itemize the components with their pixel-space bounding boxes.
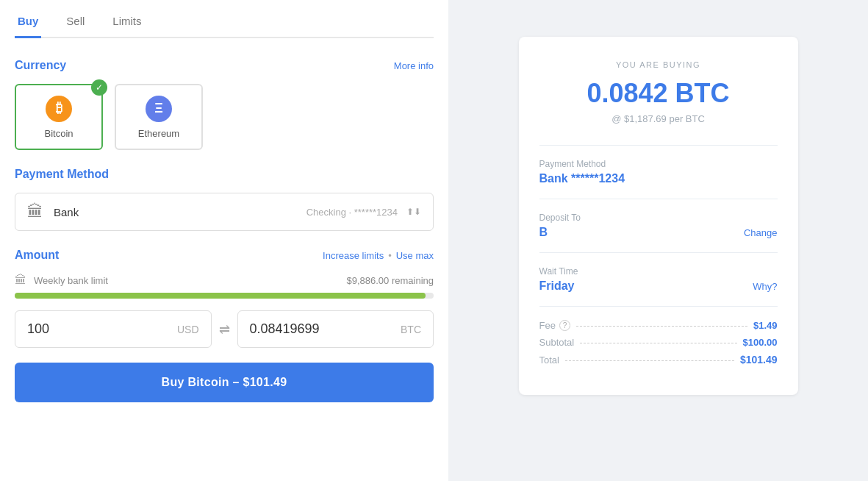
currency-title: Currency bbox=[15, 59, 66, 72]
summary-card: YOU ARE BUYING 0.0842 BTC @ $1,187.69 pe… bbox=[519, 37, 798, 395]
currency-card-eth[interactable]: Ξ Ethereum bbox=[115, 84, 203, 150]
wait-time-row: Wait Time Friday Why? bbox=[539, 266, 778, 293]
amount-section: Amount Increase limits • Use max 🏛 Weekl… bbox=[15, 249, 434, 402]
payment-section-header: Payment Method bbox=[15, 168, 434, 181]
fee-label: Fee ? bbox=[539, 320, 570, 331]
subtotal-dots bbox=[580, 343, 736, 343]
currency-cards: ✓ ₿ Bitcoin Ξ Ethereum bbox=[15, 84, 434, 150]
progress-bar-fill bbox=[15, 293, 426, 299]
subtotal-row: Subtotal $100.00 bbox=[539, 337, 778, 348]
left-panel: Buy Sell Limits Currency More info ✓ ₿ B… bbox=[0, 0, 448, 481]
tab-limits[interactable]: Limits bbox=[110, 7, 144, 38]
total-value: $101.49 bbox=[740, 354, 778, 366]
wait-time-value: Friday bbox=[539, 279, 575, 293]
limit-label: Weekly bank limit bbox=[34, 275, 339, 286]
limit-bank-icon: 🏛 bbox=[15, 274, 26, 287]
tab-buy[interactable]: Buy bbox=[15, 7, 41, 38]
currency-section-header: Currency More info bbox=[15, 59, 434, 72]
limit-row: 🏛 Weekly bank limit $9,886.00 remaining bbox=[15, 274, 434, 287]
btc-input-box[interactable]: BTC bbox=[237, 310, 434, 348]
currency-section: Currency More info ✓ ₿ Bitcoin Ξ Ethereu… bbox=[15, 59, 434, 150]
usd-amount-input[interactable] bbox=[27, 321, 171, 337]
amount-links: Increase limits • Use max bbox=[323, 250, 434, 261]
btc-label: Bitcoin bbox=[44, 128, 73, 139]
payment-method-row-label: Payment Method bbox=[539, 159, 778, 169]
eth-label: Ethereum bbox=[138, 128, 179, 139]
usd-input-box[interactable]: USD bbox=[15, 310, 212, 348]
payment-dropdown[interactable]: 🏛 Bank Checking · ******1234 ⬆⬇ bbox=[15, 193, 434, 231]
payment-account-info: Checking · ******1234 bbox=[306, 207, 398, 218]
bank-icon: 🏛 bbox=[27, 202, 43, 221]
dropdown-arrow-icon: ⬆⬇ bbox=[406, 207, 421, 217]
swap-icon[interactable]: ⇌ bbox=[219, 321, 230, 338]
summary-rate: @ $1,187.69 per BTC bbox=[539, 113, 778, 124]
subtotal-label: Subtotal bbox=[539, 337, 575, 348]
eth-icon: Ξ bbox=[146, 96, 172, 122]
selected-checkmark: ✓ bbox=[91, 79, 107, 96]
total-dots bbox=[565, 360, 734, 361]
amount-inputs: USD ⇌ BTC bbox=[15, 310, 434, 348]
buy-button[interactable]: Buy Bitcoin – $101.49 bbox=[15, 363, 434, 402]
fee-value: $1.49 bbox=[753, 320, 778, 331]
tabs-container: Buy Sell Limits bbox=[15, 0, 434, 38]
deposit-to-row-value-action: B Change bbox=[539, 226, 778, 239]
payment-method-row: Payment Method Bank ******1234 bbox=[539, 159, 778, 185]
btc-icon: ₿ bbox=[46, 96, 72, 122]
payment-bank-label: Bank bbox=[54, 206, 79, 218]
divider-2 bbox=[539, 199, 778, 199]
deposit-to-row-label: Deposit To bbox=[539, 213, 778, 223]
why-link[interactable]: Why? bbox=[753, 281, 777, 292]
amount-section-header: Amount Increase limits • Use max bbox=[15, 249, 434, 262]
fee-help-icon[interactable]: ? bbox=[559, 320, 570, 331]
divider-3 bbox=[539, 252, 778, 253]
btc-currency-label: BTC bbox=[401, 324, 421, 335]
increase-limits-link[interactable]: Increase limits bbox=[323, 250, 384, 261]
fee-row: Fee ? $1.49 bbox=[539, 320, 778, 331]
subtotal-value: $100.00 bbox=[743, 337, 778, 348]
wait-time-row-value-action: Friday Why? bbox=[539, 279, 778, 293]
deposit-to-value: B bbox=[539, 226, 548, 239]
fee-dots bbox=[576, 326, 747, 327]
total-row: Total $101.49 bbox=[539, 354, 778, 366]
payment-section: Payment Method 🏛 Bank Checking · ******1… bbox=[15, 168, 434, 231]
currency-card-btc[interactable]: ✓ ₿ Bitcoin bbox=[15, 84, 103, 150]
divider-1 bbox=[539, 145, 778, 146]
payment-method-row-value: Bank ******1234 bbox=[539, 172, 778, 185]
btc-amount-input[interactable] bbox=[250, 321, 395, 337]
right-panel: YOU ARE BUYING 0.0842 BTC @ $1,187.69 pe… bbox=[448, 0, 868, 481]
change-deposit-link[interactable]: Change bbox=[744, 227, 778, 238]
usd-currency-label: USD bbox=[177, 324, 199, 335]
limit-remaining: $9,886.00 remaining bbox=[346, 275, 434, 286]
total-label: Total bbox=[539, 354, 559, 366]
progress-bar-container bbox=[15, 293, 434, 299]
more-info-link[interactable]: More info bbox=[394, 60, 434, 71]
payment-title: Payment Method bbox=[15, 168, 109, 181]
divider-4 bbox=[539, 306, 778, 307]
amount-title: Amount bbox=[15, 249, 59, 262]
wait-time-row-label: Wait Time bbox=[539, 266, 778, 277]
use-max-link[interactable]: Use max bbox=[396, 250, 434, 261]
deposit-to-row: Deposit To B Change bbox=[539, 213, 778, 239]
summary-btc-amount: 0.0842 BTC bbox=[539, 78, 778, 109]
tab-sell[interactable]: Sell bbox=[63, 7, 87, 38]
you-are-buying-label: YOU ARE BUYING bbox=[539, 60, 778, 69]
